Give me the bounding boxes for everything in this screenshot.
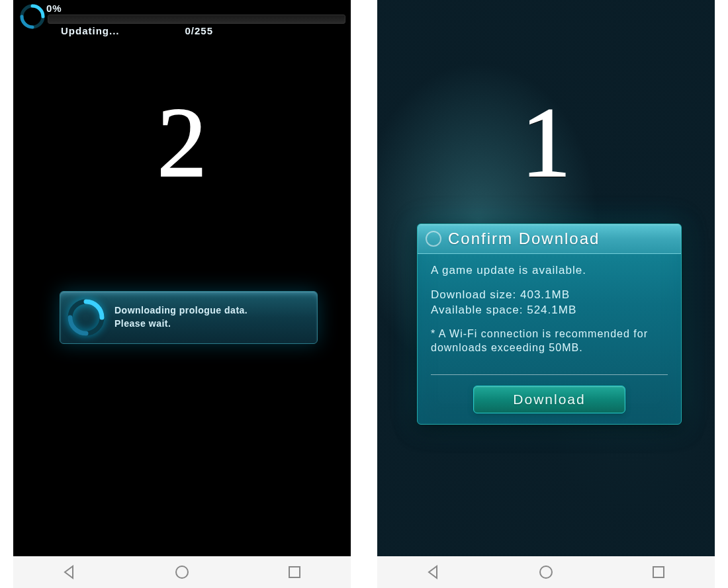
overlay-number-1: 1 bbox=[377, 93, 715, 192]
overlay-number-2: 2 bbox=[13, 93, 351, 192]
nav-back-icon[interactable] bbox=[62, 564, 77, 580]
progress-percent: 0% bbox=[46, 3, 62, 14]
dialog-body: A game update is available. Download siz… bbox=[418, 254, 681, 361]
svg-rect-3 bbox=[289, 567, 300, 577]
nav-back-icon[interactable] bbox=[426, 564, 441, 580]
phone-right: 1 Confirm Download A game update is avai… bbox=[377, 0, 715, 588]
banner-line2: Please wait. bbox=[114, 317, 248, 331]
dialog-header-ring-icon bbox=[426, 231, 441, 247]
progress-count: 0/255 bbox=[185, 25, 213, 36]
confirm-download-dialog: Confirm Download A game update is availa… bbox=[417, 224, 682, 425]
android-navbar bbox=[377, 556, 715, 588]
screen-downloading: 0% Updating... 0/255 2 Downloading prolo… bbox=[13, 0, 351, 556]
spinner-icon bbox=[66, 297, 107, 338]
dialog-divider bbox=[431, 374, 668, 375]
spinner-icon bbox=[19, 3, 46, 30]
phone-left: 0% Updating... 0/255 2 Downloading prolo… bbox=[13, 0, 351, 588]
android-navbar bbox=[13, 556, 351, 588]
progress-spinner-small bbox=[19, 3, 46, 30]
banner-line1: Downloading prologue data. bbox=[114, 304, 248, 317]
dialog-header: Confirm Download bbox=[418, 224, 681, 254]
progress-bar bbox=[48, 15, 345, 24]
progress-status-text: Updating... bbox=[61, 25, 120, 36]
wifi-note: * A Wi-Fi connection is recommended for … bbox=[431, 327, 668, 355]
dialog-message: A game update is available. bbox=[431, 263, 668, 278]
download-size: Download size: 403.1MB bbox=[431, 288, 668, 303]
nav-home-icon[interactable] bbox=[538, 564, 554, 580]
banner-text: Downloading prologue data. Please wait. bbox=[114, 304, 248, 330]
screen-confirm-download: 1 Confirm Download A game update is avai… bbox=[377, 0, 715, 556]
downloading-banner: Downloading prologue data. Please wait. bbox=[60, 291, 318, 344]
svg-point-2 bbox=[176, 566, 188, 578]
dialog-title: Confirm Download bbox=[448, 230, 600, 248]
nav-home-icon[interactable] bbox=[174, 564, 190, 580]
download-button[interactable]: Download bbox=[473, 386, 625, 413]
svg-rect-5 bbox=[653, 567, 664, 577]
progress-status-row: Updating... 0/255 bbox=[61, 25, 345, 36]
nav-recent-icon[interactable] bbox=[651, 564, 666, 580]
svg-point-4 bbox=[540, 566, 552, 578]
nav-recent-icon[interactable] bbox=[287, 564, 302, 580]
spinner-large bbox=[66, 297, 107, 338]
available-space: Available space: 524.1MB bbox=[431, 303, 668, 318]
